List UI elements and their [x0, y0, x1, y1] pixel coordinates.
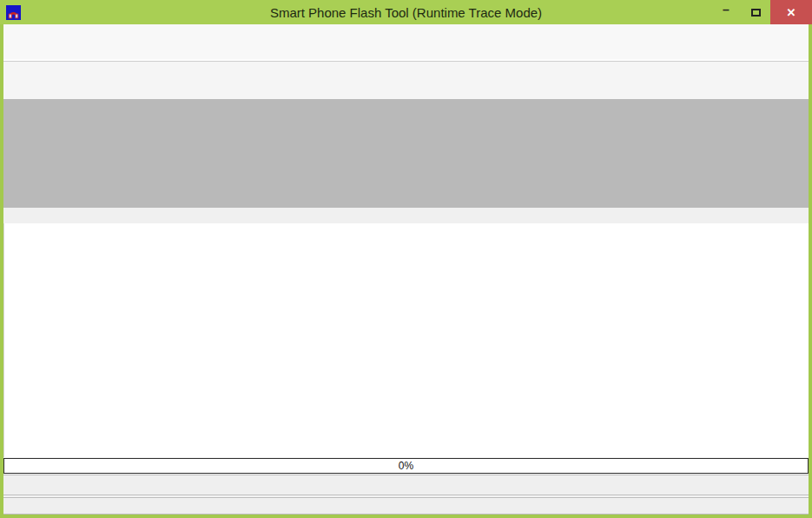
close-button[interactable]: ✕ — [770, 0, 812, 24]
minimize-button[interactable]: – — [711, 0, 741, 24]
window-controls: – ✕ — [711, 0, 812, 24]
menu-bar — [3, 24, 809, 43]
app-window: Smart Phone Flash Tool (Runtime Trace Mo… — [0, 0, 812, 518]
toolbar — [3, 62, 809, 99]
maximize-button[interactable] — [741, 0, 770, 24]
window-title: Smart Phone Flash Tool (Runtime Trace Mo… — [0, 5, 812, 20]
progress-label: 0% — [399, 460, 413, 472]
file-config-panel — [3, 99, 809, 208]
titlebar: Smart Phone Flash Tool (Runtime Trace Mo… — [0, 0, 812, 24]
client-area: 0% — [0, 24, 812, 518]
app-icon — [6, 5, 21, 20]
maximize-icon — [751, 9, 761, 17]
partition-table — [3, 223, 809, 457]
partition-table-header — [3, 208, 809, 223]
tab-strip — [3, 43, 809, 62]
status-bar — [3, 475, 809, 495]
progress-bar: 0% — [3, 458, 809, 474]
status-bar-secondary — [3, 497, 809, 515]
